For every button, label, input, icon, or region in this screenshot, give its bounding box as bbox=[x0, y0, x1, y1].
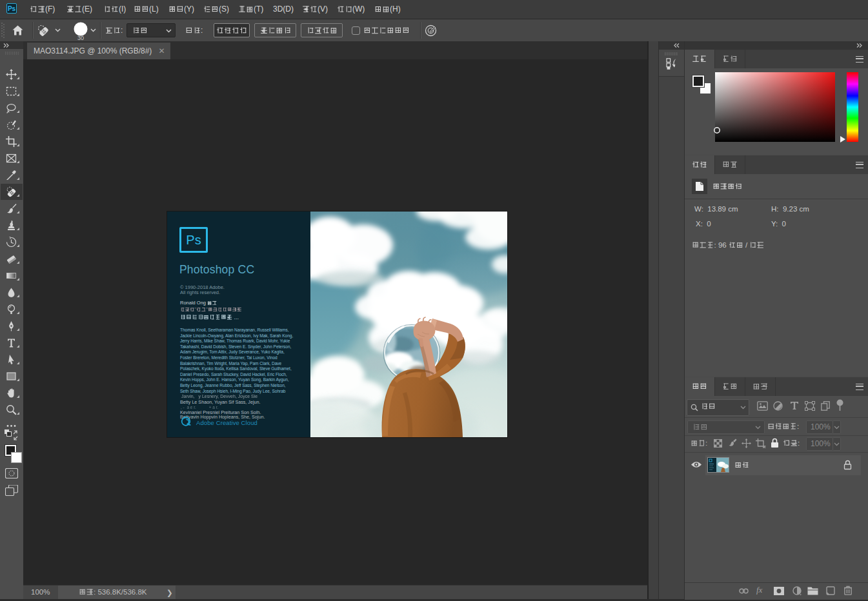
svg-text:30: 30 bbox=[77, 35, 84, 41]
